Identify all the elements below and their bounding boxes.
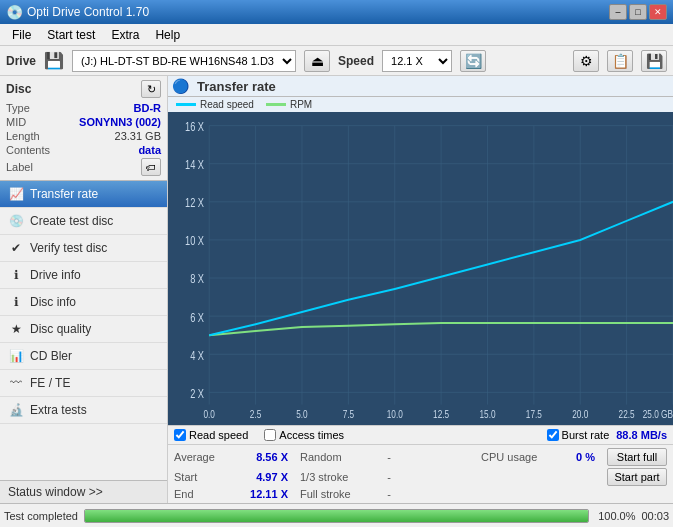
progress-bar-fill — [85, 510, 588, 522]
disc-label-button[interactable]: 🏷 — [141, 158, 161, 176]
nav-verify-test-disc-label: Verify test disc — [30, 241, 107, 255]
drive-info-icon: ℹ — [8, 267, 24, 283]
random-label: Random — [300, 451, 370, 463]
nav-create-test-disc[interactable]: 💿 Create test disc — [0, 208, 167, 235]
legend-read-speed-label: Read speed — [200, 99, 254, 110]
one-third-value: - — [374, 471, 404, 483]
settings-button1[interactable]: ⚙ — [573, 50, 599, 72]
drive-label: Drive — [6, 54, 36, 68]
nav-verify-test-disc[interactable]: ✔ Verify test disc — [0, 235, 167, 262]
chart-area: 16 X 14 X 12 X 10 X 8 X 6 X 4 X 2 X 0.0 … — [168, 112, 673, 425]
maximize-button[interactable]: □ — [629, 4, 647, 20]
refresh-speed-button[interactable]: 🔄 — [460, 50, 486, 72]
minimize-button[interactable]: – — [609, 4, 627, 20]
verify-test-disc-icon: ✔ — [8, 240, 24, 256]
transfer-rate-chart: 16 X 14 X 12 X 10 X 8 X 6 X 4 X 2 X 0.0 … — [168, 112, 673, 425]
burst-rate-value: 88.8 MB/s — [616, 429, 667, 441]
nav-cd-bler[interactable]: 📊 CD Bler — [0, 343, 167, 370]
legend-read-speed: Read speed — [176, 99, 254, 110]
disc-mid-value: SONYNN3 (002) — [79, 116, 161, 128]
disc-length-value: 23.31 GB — [115, 130, 161, 142]
progress-text: 100.0% — [595, 510, 635, 522]
read-speed-checkbox[interactable] — [174, 429, 186, 441]
disc-refresh-button[interactable]: ↻ — [141, 80, 161, 98]
svg-text:14 X: 14 X — [185, 158, 205, 172]
cpu-usage-label: CPU usage — [481, 451, 551, 463]
access-times-checkbox-label: Access times — [279, 429, 344, 441]
svg-text:22.5: 22.5 — [619, 408, 635, 420]
menu-extra[interactable]: Extra — [103, 26, 147, 44]
burst-rate-checkbox-label: Burst rate — [562, 429, 610, 441]
status-text: Test completed — [4, 510, 78, 522]
start-label: Start — [174, 471, 234, 483]
settings-button2[interactable]: 📋 — [607, 50, 633, 72]
menu-bar: File Start test Extra Help — [0, 24, 673, 46]
app-title: Opti Drive Control 1.70 — [27, 5, 149, 19]
disc-info-icon: ℹ — [8, 294, 24, 310]
nav-fe-te[interactable]: 〰 FE / TE — [0, 370, 167, 397]
access-times-checkbox[interactable] — [264, 429, 276, 441]
transfer-rate-icon: 📈 — [8, 186, 24, 202]
legend-rpm: RPM — [266, 99, 312, 110]
transfer-rate-header-icon: 🔵 — [172, 78, 189, 94]
drive-bar: Drive 💾 (J:) HL-DT-ST BD-RE WH16NS48 1.D… — [0, 46, 673, 76]
start-full-button[interactable]: Start full — [607, 448, 667, 466]
checkboxes-row: Read speed Access times Burst rate 88.8 … — [168, 425, 673, 445]
close-button[interactable]: ✕ — [649, 4, 667, 20]
eject-button[interactable]: ⏏ — [304, 50, 330, 72]
status-window-label: Status window >> — [8, 485, 103, 499]
end-label: End — [174, 488, 234, 500]
svg-text:2.5: 2.5 — [250, 408, 261, 420]
speed-select[interactable]: 12.1 X — [382, 50, 452, 72]
disc-panel: Disc ↻ Type BD-R MID SONYNN3 (002) Lengt… — [0, 76, 167, 181]
status-window-button[interactable]: Status window >> — [0, 480, 167, 503]
burst-rate-checkbox[interactable] — [547, 429, 559, 441]
menu-help[interactable]: Help — [147, 26, 188, 44]
access-times-checkbox-item: Access times — [264, 429, 344, 441]
sidebar: Disc ↻ Type BD-R MID SONYNN3 (002) Lengt… — [0, 76, 168, 503]
extra-tests-icon: 🔬 — [8, 402, 24, 418]
nav-disc-info[interactable]: ℹ Disc info — [0, 289, 167, 316]
transfer-rate-title: Transfer rate — [197, 79, 276, 94]
nav-drive-info-label: Drive info — [30, 268, 81, 282]
nav-transfer-rate[interactable]: 📈 Transfer rate — [0, 181, 167, 208]
start-value: 4.97 X — [238, 471, 288, 483]
drive-icon: 💾 — [44, 51, 64, 70]
drive-select[interactable]: (J:) HL-DT-ST BD-RE WH16NS48 1.D3 — [72, 50, 296, 72]
disc-mid-label: MID — [6, 116, 26, 128]
nav-cd-bler-label: CD Bler — [30, 349, 72, 363]
svg-text:10 X: 10 X — [185, 234, 205, 248]
end-value: 12.11 X — [238, 488, 288, 500]
nav-extra-tests[interactable]: 🔬 Extra tests — [0, 397, 167, 424]
disc-length-label: Length — [6, 130, 40, 142]
cd-bler-icon: 📊 — [8, 348, 24, 364]
nav-disc-info-label: Disc info — [30, 295, 76, 309]
read-speed-checkbox-label: Read speed — [189, 429, 248, 441]
nav-create-test-disc-label: Create test disc — [30, 214, 113, 228]
read-speed-checkbox-item: Read speed — [174, 429, 248, 441]
svg-text:5.0: 5.0 — [296, 408, 307, 420]
save-button[interactable]: 💾 — [641, 50, 667, 72]
svg-text:20.0: 20.0 — [572, 408, 588, 420]
svg-text:10.0: 10.0 — [387, 408, 403, 420]
chart-legend: Read speed RPM — [168, 97, 673, 112]
burst-rate-checkbox-item: Burst rate 88.8 MB/s — [547, 429, 667, 441]
full-stroke-label: Full stroke — [300, 488, 370, 500]
progress-bar-container — [84, 509, 589, 523]
svg-text:16 X: 16 X — [185, 120, 205, 134]
disc-type-value: BD-R — [134, 102, 162, 114]
nav-disc-quality-label: Disc quality — [30, 322, 91, 336]
speed-label: Speed — [338, 54, 374, 68]
menu-start-test[interactable]: Start test — [39, 26, 103, 44]
legend-rpm-color — [266, 103, 286, 106]
one-third-label: 1/3 stroke — [300, 471, 370, 483]
nav-disc-quality[interactable]: ★ Disc quality — [0, 316, 167, 343]
nav-extra-tests-label: Extra tests — [30, 403, 87, 417]
title-bar: 💿 Opti Drive Control 1.70 – □ ✕ — [0, 0, 673, 24]
create-test-disc-icon: 💿 — [8, 213, 24, 229]
menu-file[interactable]: File — [4, 26, 39, 44]
nav-drive-info[interactable]: ℹ Drive info — [0, 262, 167, 289]
svg-text:7.5: 7.5 — [343, 408, 354, 420]
disc-quality-icon: ★ — [8, 321, 24, 337]
start-part-button[interactable]: Start part — [607, 468, 667, 486]
